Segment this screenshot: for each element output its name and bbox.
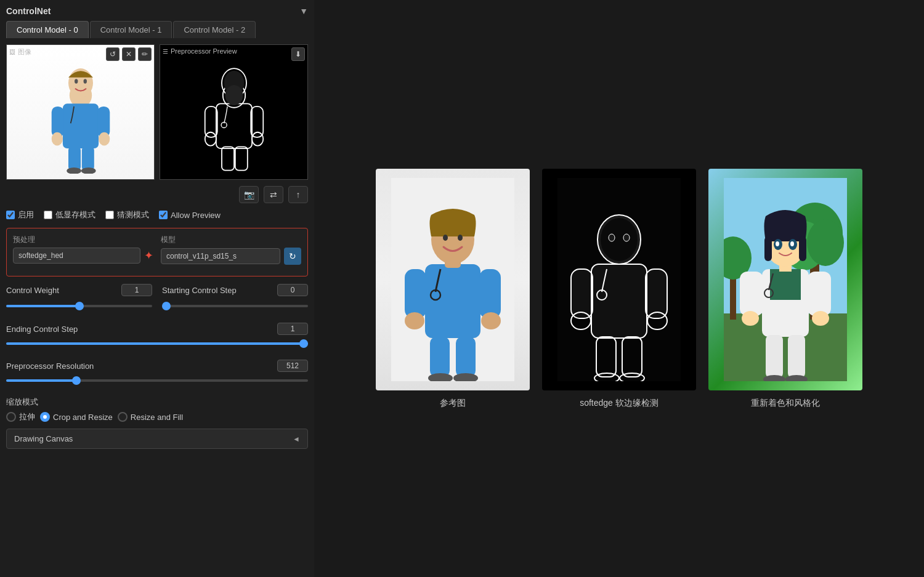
starting-step-slider[interactable] (162, 305, 308, 307)
svg-point-79 (790, 241, 794, 246)
svg-rect-43 (646, 269, 667, 318)
control-weight-row: Control Weight 1 (6, 284, 152, 296)
ending-step-slider[interactable] (6, 342, 308, 345)
svg-point-7 (75, 79, 78, 83)
ref-image-box (376, 169, 530, 390)
checkboxes-row: 启用 低显存模式 猜测模式 Allow Preview (6, 209, 308, 220)
starting-step-slider-container (162, 300, 308, 309)
resolution-value[interactable]: 512 (277, 360, 308, 372)
svg-rect-36 (430, 337, 450, 377)
two-col-slider-row: Control Weight 1 Starting Control Step 0 (6, 284, 308, 299)
preprocessor-model-section: 预处理 softedge_hed ✦ 模型 control_v11p_sd15_… (6, 228, 308, 276)
ref-image (376, 169, 530, 390)
svg-rect-1 (62, 103, 98, 148)
ending-step-label: Ending Control Step (6, 325, 271, 334)
drawing-canvas-arrow: ◄ (293, 435, 300, 443)
svg-point-33 (443, 235, 448, 241)
svg-rect-41 (591, 264, 647, 338)
upload-button[interactable]: ↑ (288, 186, 308, 203)
stretch-option[interactable]: 拉伸 (6, 411, 35, 422)
svg-point-52 (623, 234, 630, 241)
resize-fill-radio[interactable] (118, 412, 128, 422)
starting-step-label: Starting Control Step (162, 286, 271, 295)
svg-point-4 (51, 132, 62, 146)
control-weight-slider[interactable] (6, 305, 152, 307)
tab-control-model-2[interactable]: Control Model - 2 (173, 21, 256, 38)
svg-rect-28 (479, 269, 501, 318)
crop-resize-option[interactable]: Crop and Resize (40, 412, 113, 422)
drawing-canvas-bar[interactable]: Drawing Canvas ◄ (6, 429, 308, 449)
panel-header: ControlNet ▼ (6, 6, 308, 16)
camera-button[interactable]: 📷 (239, 186, 259, 203)
svg-point-78 (776, 241, 779, 246)
svg-point-71 (812, 311, 829, 326)
edge-output-image (542, 169, 696, 390)
refresh-image-button[interactable]: ↺ (106, 47, 120, 61)
svg-rect-67 (770, 269, 801, 300)
tab-control-model-0[interactable]: Control Model - 0 (6, 21, 89, 38)
svg-point-17 (205, 132, 216, 146)
ending-step-value[interactable]: 1 (277, 323, 308, 335)
control-weight-label: Control Weight (6, 286, 115, 295)
fire-icon: ✦ (144, 249, 153, 262)
svg-point-29 (405, 312, 424, 329)
model-refresh-button[interactable]: ↻ (284, 248, 301, 265)
nurse-svg (41, 50, 121, 174)
model-col: 模型 control_v11p_sd15_s ↻ (161, 235, 301, 265)
preprocessor-select-row: softedge_hed ✦ (13, 248, 153, 264)
svg-point-30 (481, 312, 501, 329)
starting-step-col: Starting Control Step 0 (162, 284, 308, 299)
preprocessor-preview-label: ☰ Preprocessor Preview (163, 47, 237, 55)
edit-image-button[interactable]: ✏ (138, 47, 152, 61)
output-images: 参考图 (376, 169, 862, 409)
low-vram-checkbox[interactable]: 低显存模式 (44, 209, 95, 220)
svg-rect-27 (405, 269, 426, 318)
guess-mode-checkbox[interactable]: 猜测模式 (105, 209, 149, 220)
right-panel: 参考图 (314, 0, 924, 577)
input-image-box[interactable]: 🖼 图像 ↺ ✕ ✏ (6, 44, 155, 180)
images-row: 🖼 图像 ↺ ✕ ✏ (6, 44, 308, 180)
stretch-radio[interactable] (6, 412, 16, 422)
panel-collapse-arrow[interactable]: ▼ (299, 6, 308, 16)
svg-rect-81 (766, 335, 783, 378)
allow-preview-checkbox[interactable]: Allow Preview (159, 211, 221, 220)
model-dropdown[interactable]: control_v11p_sd15_s (161, 248, 280, 264)
edge-caption: softedge 软边缘检测 (580, 398, 659, 409)
download-preview-button[interactable]: ⬇ (291, 47, 305, 61)
svg-point-5 (99, 132, 110, 146)
preprocessor-label: 预处理 (13, 235, 153, 245)
control-weight-value[interactable]: 1 (121, 284, 152, 296)
resolution-section: Preprocessor Resolution 512 (6, 360, 308, 390)
stretch-label: 拉伸 (19, 411, 35, 422)
preprocessor-preview-box[interactable]: ☰ Preprocessor Preview ⬇ (160, 44, 308, 180)
zoom-options: 拉伸 Crop and Resize Resize and Fill (6, 411, 308, 422)
edge-image-box (542, 169, 696, 390)
starting-step-value[interactable]: 0 (277, 284, 308, 296)
model-label: 模型 (161, 235, 301, 245)
left-panel: ControlNet ▼ Control Model - 0 Control M… (0, 0, 314, 577)
output-styled-item: 重新着色和风格化 (708, 169, 862, 409)
resolution-slider[interactable] (6, 379, 308, 382)
panel-title: ControlNet (6, 6, 51, 16)
svg-point-8 (83, 79, 86, 83)
crop-resize-radio[interactable] (40, 412, 50, 422)
svg-rect-68 (740, 272, 763, 316)
zoom-section: 缩放模式 拉伸 Crop and Resize Resize and (6, 397, 308, 422)
preproc-model-row: 预处理 softedge_hed ✦ 模型 control_v11p_sd15_… (13, 235, 301, 265)
styled-svg (724, 178, 847, 381)
tab-control-model-1[interactable]: Control Model - 1 (90, 21, 172, 38)
enable-checkbox[interactable]: 启用 (6, 209, 34, 220)
edge-output-svg (557, 178, 681, 381)
close-image-button[interactable]: ✕ (122, 47, 136, 61)
nurse-photo (7, 45, 154, 179)
action-buttons-row: 📷 ⇄ ↑ (6, 186, 308, 203)
model-select-row: control_v11p_sd15_s ↻ (161, 248, 301, 265)
svg-point-63 (807, 219, 844, 266)
resize-fill-option[interactable]: Resize and Fill (118, 412, 183, 422)
swap-button[interactable]: ⇄ (264, 186, 283, 203)
input-image-controls: ↺ ✕ ✏ (106, 47, 152, 61)
svg-rect-9 (68, 147, 81, 170)
input-image-label: 🖼 图像 (9, 47, 31, 57)
svg-point-51 (609, 234, 615, 241)
preprocessor-dropdown[interactable]: softedge_hed (13, 248, 140, 264)
